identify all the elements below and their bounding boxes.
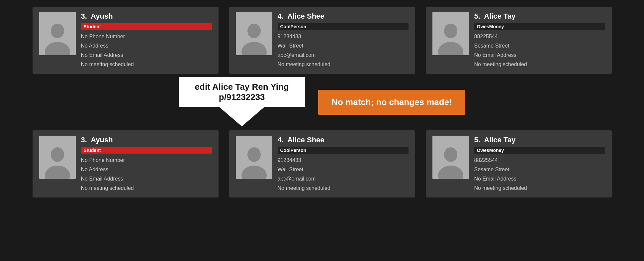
card-tag: OwesMoney [474, 147, 605, 154]
card-address: Wall Street [278, 42, 409, 50]
avatar [432, 12, 469, 55]
card-meeting: No meeting scheduled [278, 184, 409, 192]
svg-point-6 [51, 147, 64, 162]
card-email: abc@email.com [278, 175, 409, 183]
card-phone: 91234433 [278, 156, 409, 164]
card-tag: OwesMoney [474, 23, 605, 30]
contact-card-card-alice-shee-bottom: 4. Alice Shee CoolPerson 91234433 Wall S… [229, 130, 415, 197]
card-phone: No Phone Number [81, 156, 212, 164]
card-address: Sesame Street [474, 166, 605, 174]
arrow-down-icon [219, 106, 265, 126]
top-cards-row: 3. Ayush Student No Phone Number No Addr… [20, 7, 624, 74]
svg-point-9 [241, 166, 267, 179]
avatar [236, 136, 272, 179]
card-name: 4. Alice Shee [278, 136, 409, 144]
card-address: No Address [81, 166, 212, 174]
arrow-command: edit Alice Tay Ren Ying p/91232233 [179, 77, 305, 127]
card-name: 5. Alice Tay [474, 136, 605, 144]
command-line1: edit Alice Tay Ren Ying [195, 82, 289, 92]
no-match-banner: No match; no changes made! [318, 90, 465, 115]
card-info: 5. Alice Tay OwesMoney 88225544 Sesame S… [474, 12, 605, 68]
card-email: No Email Address [81, 175, 212, 183]
card-meeting: No meeting scheduled [81, 61, 212, 68]
bottom-cards-row: 3. Ayush Student No Phone Number No Addr… [20, 130, 624, 197]
avatar [236, 12, 272, 55]
card-info: 5. Alice Tay OwesMoney 88225544 Sesame S… [474, 136, 605, 192]
contact-card-card-ayush-bottom: 3. Ayush Student No Phone Number No Addr… [33, 130, 219, 197]
card-tag: Student [81, 23, 212, 30]
card-phone: No Phone Number [81, 33, 212, 41]
card-email: No Email Address [81, 51, 212, 59]
card-name: 4. Alice Shee [278, 12, 409, 21]
svg-point-7 [45, 166, 70, 179]
card-address: Sesame Street [474, 42, 605, 50]
card-phone: 91234433 [278, 33, 409, 41]
svg-point-4 [444, 24, 457, 38]
card-phone: 88225544 [474, 33, 605, 41]
svg-point-8 [247, 147, 261, 162]
middle-section: edit Alice Tay Ren Ying p/91232233 No ma… [20, 77, 624, 127]
avatar [39, 136, 76, 179]
command-box: edit Alice Tay Ren Ying p/91232233 [179, 77, 305, 107]
main-container: 3. Ayush Student No Phone Number No Addr… [0, 0, 644, 261]
card-address: Wall Street [278, 166, 409, 174]
card-address: No Address [81, 42, 212, 50]
card-tag: CoolPerson [278, 147, 409, 154]
svg-point-3 [241, 42, 267, 55]
card-name: 5. Alice Tay [474, 12, 605, 21]
card-phone: 88225544 [474, 156, 605, 164]
card-meeting: No meeting scheduled [474, 184, 605, 192]
svg-point-11 [438, 166, 463, 179]
card-meeting: No meeting scheduled [278, 61, 409, 68]
svg-point-10 [444, 147, 457, 162]
card-tag: Student [81, 147, 212, 154]
svg-point-2 [247, 24, 261, 38]
card-email: No Email Address [474, 51, 605, 59]
contact-card-card-alice-tay-top: 5. Alice Tay OwesMoney 88225544 Sesame S… [426, 7, 612, 74]
card-info: 4. Alice Shee CoolPerson 91234433 Wall S… [278, 136, 409, 192]
card-name: 3. Ayush [81, 136, 212, 144]
command-line2: p/91232233 [219, 92, 265, 102]
card-info: 3. Ayush Student No Phone Number No Addr… [81, 136, 212, 192]
card-meeting: No meeting scheduled [474, 61, 605, 68]
card-info: 3. Ayush Student No Phone Number No Addr… [81, 12, 212, 68]
card-tag: CoolPerson [278, 23, 409, 30]
svg-point-5 [438, 42, 463, 55]
card-meeting: No meeting scheduled [81, 184, 212, 192]
avatar [432, 136, 469, 179]
card-email: No Email Address [474, 175, 605, 183]
svg-point-0 [51, 24, 64, 38]
avatar [39, 12, 76, 55]
card-info: 4. Alice Shee CoolPerson 91234433 Wall S… [278, 12, 409, 68]
contact-card-card-alice-shee-top: 4. Alice Shee CoolPerson 91234433 Wall S… [229, 7, 415, 74]
contact-card-card-alice-tay-bottom: 5. Alice Tay OwesMoney 88225544 Sesame S… [426, 130, 612, 197]
contact-card-card-ayush-top: 3. Ayush Student No Phone Number No Addr… [33, 7, 219, 74]
card-email: abc@email.com [278, 51, 409, 59]
card-name: 3. Ayush [81, 12, 212, 21]
svg-point-1 [45, 42, 70, 55]
